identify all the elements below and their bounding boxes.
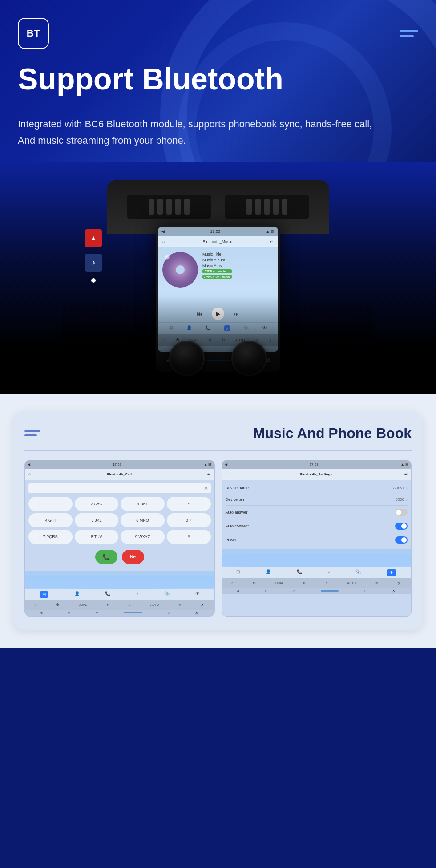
phone-eye-icon[interactable]: 👁 bbox=[195, 591, 200, 598]
s-snow[interactable]: ❄ bbox=[303, 581, 306, 585]
phone-contacts-icon[interactable]: 👤 bbox=[74, 591, 80, 598]
s-grid-icon[interactable]: ⊞ bbox=[236, 569, 240, 576]
phone-grid-icon[interactable]: ⊞ bbox=[40, 591, 48, 598]
warning-icon: ▲ bbox=[90, 234, 97, 242]
redial-button[interactable]: Re bbox=[122, 550, 144, 564]
settings-content: Device name CarBT › Device pin 0000 › bbox=[222, 480, 412, 549]
a2dp-badge: A2DP connected bbox=[202, 269, 232, 273]
screen-time: 17:53 bbox=[210, 229, 221, 234]
s-home[interactable]: ⌂ bbox=[231, 581, 233, 584]
phone-screen: ◀ 17:53 ▲ ⊟ ⌂ Bluetooth_Call ↩ ✕ 1 — 2 A… bbox=[24, 460, 215, 617]
phone-back-icon[interactable]: ◀ bbox=[28, 462, 30, 466]
menu-line-1 bbox=[400, 30, 418, 32]
music-info: Music Title Music Album Music Artist A2D… bbox=[202, 252, 232, 301]
s-music-icon[interactable]: ♪ bbox=[328, 569, 330, 576]
s-volb[interactable]: 🔊 bbox=[392, 589, 396, 593]
phone-bottom-bar: ⌂ ⏻ DUAL ❄ ↻ AUTO ≋ 🔊 bbox=[25, 600, 214, 610]
screen-back-btn[interactable]: ◀ bbox=[161, 229, 165, 234]
setting-row-power[interactable]: Power bbox=[226, 533, 408, 547]
p-home[interactable]: ⌂ bbox=[35, 603, 36, 606]
media-button[interactable]: ♪ bbox=[85, 254, 102, 272]
phone-music-icon[interactable]: ♪ bbox=[136, 591, 138, 598]
description-line1: Integrated with BC6 Bluetooth module, su… bbox=[18, 118, 372, 130]
p-snow[interactable]: ❄ bbox=[106, 603, 109, 607]
settings-status-icons: ▲ ⊟ bbox=[401, 462, 408, 466]
dot-indicator bbox=[91, 278, 96, 283]
chevron-device-name: › bbox=[406, 486, 408, 491]
card-menu-line-1 bbox=[24, 430, 40, 432]
card-menu-icon[interactable] bbox=[24, 430, 40, 436]
card-menu-line-2 bbox=[24, 434, 37, 436]
p-0b: 0 bbox=[168, 611, 170, 614]
s-contacts-icon[interactable]: 👤 bbox=[266, 569, 271, 576]
hamburger-menu-icon[interactable] bbox=[400, 30, 418, 37]
phone-back-nav[interactable]: ↩ bbox=[207, 472, 210, 476]
settings-time: 17:53 bbox=[310, 462, 319, 466]
s-auto: AUTO bbox=[347, 581, 356, 584]
s-fan[interactable]: ≋ bbox=[375, 581, 378, 585]
toggle-auto-answer[interactable] bbox=[395, 509, 408, 516]
phone-icon-row: ⊞ 👤 📞 ♪ 📎 👁 bbox=[25, 589, 214, 600]
p-back[interactable]: ◀ bbox=[40, 611, 42, 615]
key-9[interactable]: 9 WXYZ bbox=[121, 530, 165, 544]
settings-home-icon[interactable]: ⌂ bbox=[226, 472, 228, 476]
music-artist: Music Artist bbox=[202, 264, 232, 268]
p-fan[interactable]: ≋ bbox=[178, 603, 181, 607]
card-header: Music And Phone Book bbox=[24, 425, 412, 442]
phone-content: ✕ 1 — 2 ABC 3 DEF * 4 GHI 5 JKL 6 MNO 0 … bbox=[25, 480, 214, 571]
phone-call-icon[interactable]: 📞 bbox=[105, 591, 110, 598]
phone-home-icon[interactable]: ⌂ bbox=[28, 472, 31, 476]
p-power[interactable]: ⏻ bbox=[56, 603, 59, 606]
p-vol[interactable]: 🔊 bbox=[201, 603, 205, 607]
screen-back-nav-icon[interactable]: ↩ bbox=[270, 239, 274, 244]
toggle-power[interactable] bbox=[395, 536, 408, 544]
key-5[interactable]: 5 JKL bbox=[75, 513, 119, 527]
key-star[interactable]: * bbox=[167, 497, 211, 511]
s-vol[interactable]: 🔊 bbox=[397, 581, 401, 585]
p-volb[interactable]: 🔊 bbox=[195, 611, 199, 615]
key-6[interactable]: 6 MNO bbox=[121, 513, 165, 527]
p-bend[interactable]: ↵ bbox=[96, 611, 98, 615]
setting-row-device-name[interactable]: Device name CarBT › bbox=[226, 483, 408, 494]
side-controls: ▲ ♪ bbox=[85, 229, 102, 283]
phone-search-bar[interactable]: ✕ bbox=[28, 483, 211, 493]
toggle-auto-connect[interactable] bbox=[395, 523, 408, 530]
p-ac[interactable]: ↻ bbox=[128, 603, 131, 607]
settings-icon-row: ⊞ 👤 📞 ♪ 📎 👁 bbox=[222, 567, 412, 578]
search-clear-icon[interactable]: ✕ bbox=[204, 485, 208, 491]
key-3[interactable]: 3 DEF bbox=[121, 497, 165, 511]
setting-row-auto-answer[interactable]: Auto answer bbox=[226, 506, 408, 519]
phone-extra-bar: ◀ 0 ↵ 0 🔊 bbox=[25, 610, 214, 616]
settings-back-icon[interactable]: ◀ bbox=[225, 462, 227, 466]
key-7[interactable]: 7 PQRS bbox=[28, 530, 73, 544]
screen-home-icon[interactable]: ⌂ bbox=[162, 239, 165, 244]
s-bend[interactable]: ↵ bbox=[292, 589, 295, 593]
key-2[interactable]: 2 ABC bbox=[75, 497, 119, 511]
screen-status-bar: ◀ 17:53 ▲ ⊟ bbox=[158, 227, 278, 236]
settings-back-nav[interactable]: ↩ bbox=[404, 472, 408, 476]
p-progress bbox=[124, 612, 142, 613]
feature-card: Music And Phone Book ◀ 17:53 ▲ ⊟ ⌂ Bluet… bbox=[13, 412, 423, 630]
call-button[interactable]: 📞 bbox=[95, 550, 117, 564]
phone-clip-icon[interactable]: 📎 bbox=[164, 591, 170, 598]
s-power[interactable]: ⏻ bbox=[253, 581, 256, 584]
settings-extra-bar: ◀ 0 ↵ 0 🔊 bbox=[222, 588, 412, 594]
s-clip-icon[interactable]: 📎 bbox=[355, 569, 361, 576]
s-eye-icon[interactable]: 👁 bbox=[387, 569, 396, 576]
description-text: Integrated with BC6 Bluetooth module, su… bbox=[18, 116, 418, 149]
settings-status-bar: ◀ 17:53 ▲ ⊟ bbox=[222, 460, 412, 469]
key-4[interactable]: 4 GHI bbox=[28, 513, 73, 527]
s-phone-icon[interactable]: 📞 bbox=[297, 569, 302, 576]
key-1[interactable]: 1 — bbox=[28, 497, 73, 511]
setting-row-device-pin[interactable]: Device pin 0000 › bbox=[226, 494, 408, 506]
s-ac[interactable]: ↻ bbox=[325, 581, 328, 585]
warning-button[interactable]: ▲ bbox=[85, 229, 102, 247]
key-hash[interactable]: # bbox=[167, 530, 211, 544]
s-back[interactable]: ◀ bbox=[237, 589, 239, 593]
setting-row-auto-connect[interactable]: Auto connect bbox=[226, 519, 408, 533]
key-8[interactable]: 8 TUV bbox=[75, 530, 119, 544]
p-dual: DUAL bbox=[78, 603, 87, 606]
screen-nav-bar: ⌂ Bluetooth_Music ↩ bbox=[158, 236, 278, 247]
phone-nav-bar: ⌂ Bluetooth_Call ↩ bbox=[25, 469, 214, 480]
key-0[interactable]: 0 + bbox=[167, 513, 211, 527]
